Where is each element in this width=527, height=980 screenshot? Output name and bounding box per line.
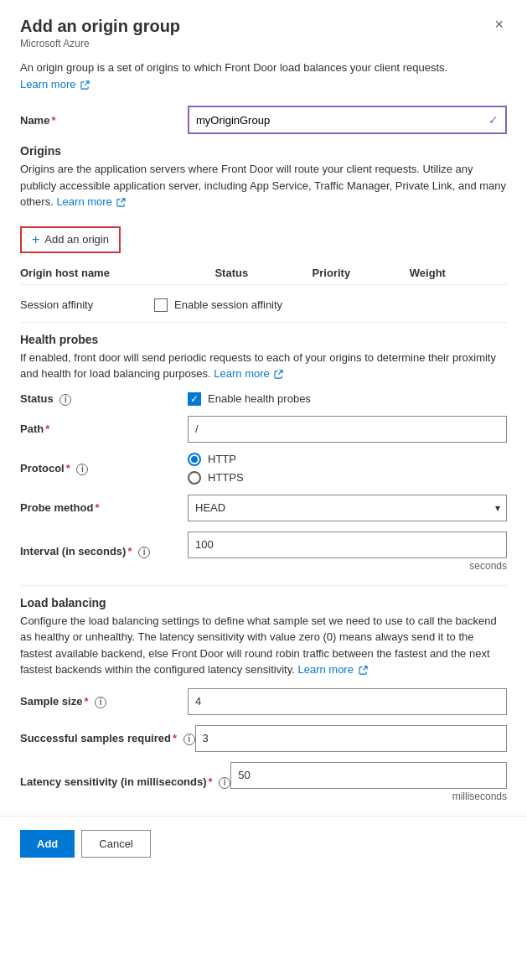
interval-input[interactable] [188, 531, 507, 558]
protocol-radio-group: HTTP HTTPS [188, 453, 507, 485]
protocol-https-option[interactable]: HTTPS [188, 471, 507, 485]
panel-subtitle: Microsoft Azure [20, 38, 507, 49]
session-affinity-checkbox[interactable] [154, 298, 168, 312]
path-input[interactable] [188, 416, 507, 443]
status-info-icon[interactable]: i [59, 394, 71, 406]
load-balancing-description: Configure the load balancing settings to… [20, 613, 507, 678]
sample-size-field-row: Sample size* i [20, 688, 507, 715]
col-priority: Priority [313, 267, 410, 279]
origins-section: Origins Origins are the application serv… [20, 144, 507, 285]
health-probes-description: If enabled, front door will send periodi… [20, 350, 507, 382]
successful-samples-info-icon[interactable]: i [183, 734, 195, 745]
origins-learn-more-link[interactable]: Learn more [56, 195, 111, 208]
protocol-info-icon[interactable]: i [76, 464, 88, 475]
health-probes-title: Health probes [20, 333, 507, 346]
interval-label: Interval (in seconds)* i [20, 545, 188, 558]
successful-samples-label: Successful samples required* i [20, 732, 195, 745]
http-radio-inner [191, 456, 198, 463]
probe-method-label: Probe method* [20, 501, 188, 514]
load-balancing-external-icon [359, 666, 368, 675]
protocol-label: Protocol* i [20, 462, 188, 475]
protocol-options: HTTP HTTPS [188, 453, 507, 485]
session-affinity-row: Session affinity Enable session affinity [20, 298, 507, 312]
plus-icon: + [32, 232, 39, 247]
name-check-icon: ✓ [488, 113, 505, 127]
cancel-button[interactable]: Cancel [81, 830, 150, 858]
origins-description: Origins are the application servers wher… [20, 161, 507, 210]
probe-method-select-wrapper: HEAD GET ▾ [188, 495, 507, 521]
protocol-field-row: Protocol* i HTTP HTTPS [20, 453, 507, 485]
probe-method-field-row: Probe method* HEAD GET ▾ [20, 495, 507, 521]
interval-field-row: Interval (in seconds)* i seconds [20, 531, 507, 572]
latency-input-wrapper: milliseconds [230, 762, 507, 802]
status-label: Status i [20, 392, 188, 406]
name-field-row: Name* ✓ [20, 106, 507, 134]
health-probes-section: Health probes If enabled, front door wil… [20, 333, 507, 572]
successful-samples-input-wrapper [195, 725, 507, 752]
footer: Add Cancel [0, 816, 527, 871]
col-host: Origin host name [20, 267, 214, 279]
https-label: HTTPS [208, 471, 244, 484]
load-balancing-title: Load balancing [20, 596, 507, 609]
health-probes-learn-more-link[interactable]: Learn more [214, 367, 269, 380]
load-balancing-learn-more-link[interactable]: Learn more [297, 663, 353, 676]
health-probes-checkbox-label: Enable health probes [208, 392, 311, 405]
sample-size-input[interactable] [188, 688, 507, 715]
latency-units: milliseconds [230, 791, 507, 802]
close-button[interactable]: × [491, 17, 507, 32]
session-affinity-checkbox-row[interactable]: Enable session affinity [154, 298, 282, 312]
latency-input[interactable] [230, 762, 507, 789]
latency-info-icon[interactable]: i [219, 777, 230, 789]
session-affinity-label: Session affinity [20, 298, 154, 311]
section-divider-1 [20, 322, 507, 323]
status-checkbox-row: ✓ Enable health probes [188, 392, 507, 406]
name-input-wrapper: ✓ [188, 106, 507, 134]
panel-header: Add an origin group × [20, 17, 507, 36]
sample-size-label: Sample size* i [20, 695, 188, 708]
name-text-input[interactable] [189, 107, 488, 132]
successful-samples-input[interactable] [195, 725, 507, 752]
interval-input-wrapper: seconds [188, 531, 507, 572]
name-input-box[interactable]: ✓ [188, 106, 507, 134]
add-origin-button[interactable]: + Add an origin [20, 226, 121, 253]
probe-method-dropdown[interactable]: HEAD GET ▾ [188, 495, 507, 521]
load-balancing-section: Load balancing Configure the load balanc… [20, 596, 507, 802]
col-status: Status [214, 267, 312, 279]
intro-description: An origin group is a set of origins to w… [20, 60, 507, 92]
status-field-row: Status i ✓ Enable health probes [20, 392, 507, 406]
https-radio[interactable] [188, 471, 201, 485]
interval-units: seconds [188, 560, 507, 572]
http-label: HTTP [208, 453, 236, 465]
interval-info-icon[interactable]: i [138, 547, 150, 558]
intro-section: An origin group is a set of origins to w… [20, 60, 507, 92]
latency-label: Latency sensitivity (in milliseconds)* i [20, 775, 230, 789]
health-probes-external-icon [274, 370, 283, 379]
path-label: Path* [20, 423, 188, 435]
origins-table-header: Origin host name Status Priority Weight [20, 262, 507, 285]
successful-samples-field-row: Successful samples required* i [20, 725, 507, 752]
col-weight: Weight [410, 267, 507, 279]
path-field-row: Path* [20, 416, 507, 443]
intro-learn-more-link[interactable]: Learn more [20, 78, 75, 91]
section-divider-2 [20, 585, 507, 586]
sample-size-info-icon[interactable]: i [95, 697, 106, 708]
sample-size-input-wrapper [188, 688, 507, 715]
add-button[interactable]: Add [20, 830, 75, 858]
panel-title: Add an origin group [20, 17, 180, 36]
health-probes-enable-checkbox[interactable]: ✓ [188, 392, 201, 406]
probe-method-select[interactable]: HEAD GET [188, 495, 507, 521]
http-radio[interactable] [188, 453, 201, 466]
name-label: Name* [20, 114, 188, 127]
path-input-wrapper [188, 416, 507, 443]
session-affinity-checkbox-label: Enable session affinity [174, 298, 282, 311]
origins-title: Origins [20, 144, 507, 158]
external-link-icon [80, 80, 90, 90]
protocol-http-option[interactable]: HTTP [188, 453, 507, 466]
latency-field-row: Latency sensitivity (in milliseconds)* i… [20, 762, 507, 802]
origins-external-icon [116, 198, 126, 207]
